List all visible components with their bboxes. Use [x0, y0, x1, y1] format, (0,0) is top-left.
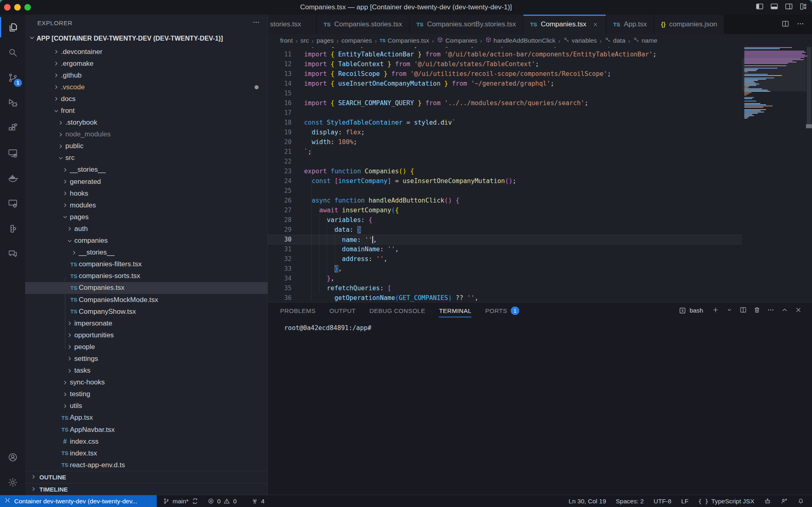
panel-split-action[interactable] — [739, 306, 747, 315]
panel-tab-PORTS[interactable]: PORTS1 — [485, 302, 519, 319]
tree-item-__stories__[interactable]: __stories__ — [25, 247, 268, 259]
editor-tab-Companies.tsx[interactable]: TSCompanies.tsx — [523, 15, 607, 34]
tree-item-pages[interactable]: pages — [25, 211, 268, 223]
breadcrumb-handleAddButtonClick[interactable]: handleAddButtonClick — [485, 37, 556, 45]
git-branch-status[interactable]: main* — [159, 498, 202, 505]
tree-item-auth[interactable]: auth — [25, 223, 268, 235]
tree-item-.devcontainer[interactable]: .devcontainer — [25, 46, 268, 58]
tree-item-impersonate[interactable]: impersonate — [25, 317, 268, 329]
code-line-29[interactable]: 29 data: { — [268, 225, 742, 235]
code-line-32[interactable]: 32 address: '', — [268, 254, 742, 264]
code-line-21[interactable]: 21`; — [268, 147, 742, 157]
scrollbar-thumb[interactable] — [807, 47, 811, 127]
tree-item-docs[interactable]: docs — [25, 93, 268, 105]
code-line-18[interactable]: 18const StyledTableContainer = styled.di… — [268, 118, 742, 127]
tree-item-opportunities[interactable]: opportunities — [25, 329, 268, 341]
breadcrumb-Companies.tsx[interactable]: TSCompanies.tsx — [380, 37, 429, 44]
code-line-17[interactable]: 17 — [268, 108, 742, 118]
breadcrumb-name[interactable]: name — [633, 37, 657, 45]
copilot-status[interactable] — [760, 498, 775, 505]
panel-chev-up-action[interactable] — [781, 306, 788, 315]
activity-dev-containers[interactable] — [0, 191, 25, 216]
tree-item-companies-sorts.tsx[interactable]: TScompanies-sorts.tsx — [25, 270, 268, 282]
layout-toggle[interactable] — [799, 2, 808, 13]
code-line-27[interactable]: 27 await insertCompany({ — [268, 205, 742, 215]
editor-tab-stories.tsx[interactable]: stories.tsx — [268, 15, 317, 34]
tree-item-CompaniesMockMode.tsx[interactable]: TSCompaniesMockMode.tsx — [25, 294, 268, 306]
code-line-15[interactable]: 15 — [268, 88, 742, 98]
activity-source-control[interactable]: 1 — [0, 65, 25, 90]
terminal-output[interactable]: root@0a42ecd84891:/app# — [268, 319, 812, 495]
editor-tab-Companies.stories.tsx[interactable]: TSCompanies.stories.tsx — [317, 15, 410, 34]
panel-right-toggle[interactable] — [784, 2, 793, 13]
activity-remote-explorer[interactable] — [0, 140, 25, 166]
code-line-23[interactable]: 23export function Companies() { — [268, 166, 742, 176]
panel-tab-DEBUG CONSOLE[interactable]: DEBUG CONSOLE — [369, 302, 425, 319]
code-line-26[interactable]: 26 async function handleAddButtonClick()… — [268, 196, 742, 205]
breadcrumb-Companies[interactable]: Companies — [437, 37, 477, 45]
tree-item-hooks[interactable]: hooks — [25, 188, 268, 199]
breadcrumb-pages[interactable]: pages — [317, 37, 334, 44]
tree-item-sync-hooks[interactable]: sync-hooks — [25, 377, 268, 388]
forwarded-ports-status[interactable]: 4 — [248, 498, 268, 505]
panel-tab-PROBLEMS[interactable]: PROBLEMS — [280, 302, 315, 319]
code-editor[interactable]: 10import { WithTopBarContainer } from '@… — [268, 47, 812, 302]
code-line-13[interactable]: 13import { RecoilScope } from '@/ui/util… — [268, 69, 742, 79]
tree-item-CompanyShow.tsx[interactable]: TSCompanyShow.tsx — [25, 306, 268, 317]
panel-tab-OUTPUT[interactable]: OUTPUT — [329, 302, 356, 319]
notifications-bell[interactable] — [794, 498, 808, 505]
panel-ellipsis-action[interactable] — [767, 306, 775, 315]
tree-item-index.tsx[interactable]: TSindex.tsx — [25, 447, 268, 459]
ellipsis-editor-action[interactable] — [796, 19, 805, 30]
tree-item-node_modules[interactable]: node_modules — [25, 129, 268, 140]
breadcrumb-data[interactable]: data — [605, 37, 625, 45]
code-line-11[interactable]: 11import { EntityTableActionBar } from '… — [268, 50, 742, 59]
explorer-more-actions-icon[interactable] — [252, 18, 260, 28]
tree-item-tasks[interactable]: tasks — [25, 365, 268, 377]
code-line-19[interactable]: 19 display: flex; — [268, 127, 742, 137]
problems-status[interactable]: 00 — [204, 498, 240, 505]
tree-item-react-app-env.d.ts[interactable]: TSreact-app-env.d.ts — [25, 459, 268, 471]
activity-search[interactable] — [0, 40, 25, 65]
activity-extensions[interactable] — [0, 115, 25, 140]
code-line-33[interactable]: 33 }, — [268, 264, 742, 274]
breadcrumb-companies[interactable]: companies — [341, 37, 372, 44]
outline-section[interactable]: OUTLINE — [25, 471, 268, 483]
panel-close-action[interactable] — [795, 306, 802, 315]
tree-item-companies[interactable]: companies — [25, 235, 268, 247]
panel-chev-sm-action[interactable] — [726, 306, 733, 315]
activity-docker[interactable] — [0, 166, 25, 191]
code-line-36[interactable]: 36 getOperationName(GET_COMPANIES) ?? ''… — [268, 293, 742, 302]
minimize-window-button[interactable] — [14, 4, 21, 11]
remote-indicator[interactable]: Container dev-twenty-dev (dev-twenty-dev… — [0, 495, 157, 507]
code-line-24[interactable]: 24 const [insertCompany] = useInsertOneC… — [268, 176, 742, 186]
activity-settings[interactable] — [0, 470, 25, 495]
editor-tab-App.tsx[interactable]: TSApp.tsx — [606, 15, 654, 34]
cursor-position-status[interactable]: Ln 30, Col 19 — [565, 498, 610, 505]
panel-left-toggle[interactable] — [755, 2, 764, 13]
activity-accounts[interactable] — [0, 444, 25, 470]
terminal-shell-selector[interactable]: $bash — [678, 306, 703, 315]
panel-tab-TERMINAL[interactable]: TERMINAL — [439, 302, 471, 319]
tree-item-index.css[interactable]: #index.css — [25, 436, 268, 447]
tree-item-generated[interactable]: generated — [25, 176, 268, 188]
tree-item-utils[interactable]: utils — [25, 400, 268, 412]
tree-item-companies-filters.tsx[interactable]: TScompanies-filters.tsx — [25, 259, 268, 270]
code-line-30[interactable]: 30 name: '', — [268, 235, 742, 244]
tree-item-AppNavbar.tsx[interactable]: TSAppNavbar.tsx — [25, 424, 268, 436]
activity-comments[interactable] — [0, 241, 25, 266]
tree-item-Companies.tsx[interactable]: TSCompanies.tsx — [25, 282, 268, 294]
editor-tab-Companies.sortBy.stories.tsx[interactable]: TSCompanies.sortBy.stories.tsx — [410, 15, 523, 34]
zoom-window-button[interactable] — [24, 4, 31, 11]
code-line-16[interactable]: 16import { SEARCH_COMPANY_QUERY } from '… — [268, 98, 742, 108]
code-line-22[interactable]: 22 — [268, 157, 742, 166]
close-tab-icon[interactable] — [592, 21, 599, 28]
activity-explorer[interactable] — [0, 15, 25, 40]
code-line-14[interactable]: 14import { useInsertOneCompanyMutation }… — [268, 79, 742, 88]
workspace-section-header[interactable]: APP [CONTAINER DEV-TWENTY-DEV (DEV-TWENT… — [25, 31, 268, 46]
tree-item-.vscode[interactable]: .vscode — [25, 81, 268, 93]
tree-item-__stories__[interactable]: __stories__ — [25, 164, 268, 176]
editor-scrollbar[interactable] — [806, 47, 812, 302]
language-mode-status[interactable]: { }TypeScript JSX — [695, 498, 758, 505]
tree-item-public[interactable]: public — [25, 140, 268, 152]
